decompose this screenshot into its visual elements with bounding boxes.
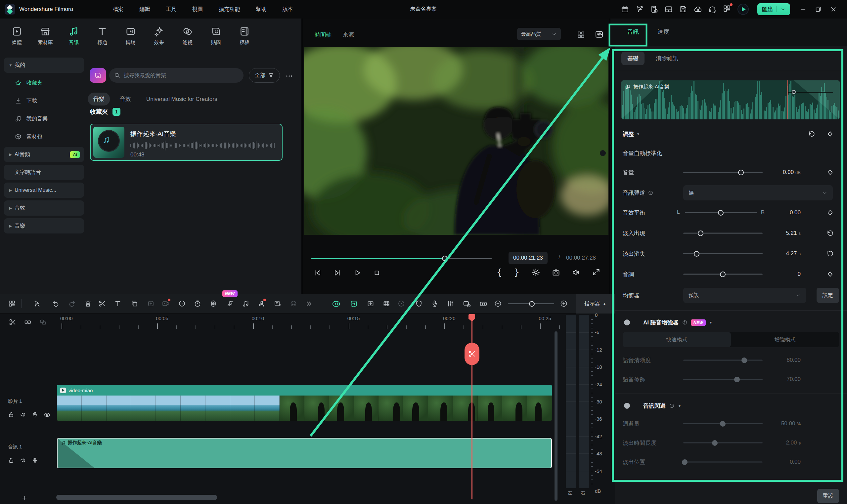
play-button[interactable] [353, 269, 361, 277]
sidebar-item-asset-packs[interactable]: 素材包 [4, 129, 84, 144]
nav-titles[interactable]: 標題 [88, 19, 117, 53]
sidebar-item-favorites[interactable]: 收藏夾 [4, 75, 84, 91]
ungroup-icon[interactable] [39, 318, 47, 326]
tab-speed-properties[interactable]: 速度 [657, 28, 669, 36]
polish-slider[interactable] [683, 379, 763, 380]
playhead-line[interactable] [472, 314, 473, 499]
reset-all-button[interactable]: 重設 [817, 489, 839, 503]
tab-sfx[interactable]: 音效 [114, 93, 136, 106]
auto-ripple-icon[interactable] [350, 300, 358, 308]
speaker-icon[interactable] [20, 457, 27, 464]
nav-filters[interactable]: 濾鏡 [173, 19, 202, 53]
device-history-icon[interactable] [650, 5, 658, 14]
nav-stock[interactable]: 素材庫 [31, 19, 59, 53]
volume-envelope-handle[interactable] [792, 90, 796, 94]
volume-knob[interactable] [738, 170, 744, 175]
split-view-icon[interactable] [577, 31, 585, 39]
zoom-out-icon[interactable] [494, 300, 502, 308]
upgrade-cursor-icon[interactable] [635, 5, 644, 14]
settings-gear-icon[interactable] [531, 268, 540, 277]
audio-channel-select[interactable]: 無 [683, 185, 833, 200]
maximize-button[interactable] [815, 6, 822, 13]
nav-templates[interactable]: 模板 [230, 19, 259, 53]
lock-icon[interactable] [8, 457, 15, 464]
polish-knob[interactable] [734, 377, 740, 382]
timeline-ruler[interactable]: 00:0000:0500:1000:1500:2000:25 [0, 313, 563, 332]
nav-media[interactable]: 媒體 [3, 19, 31, 53]
audio-clip[interactable]: 振作起來-AI音樂 [57, 438, 552, 468]
zoom-in-icon[interactable] [560, 300, 568, 308]
mark-out-button[interactable]: } [514, 267, 520, 277]
clarity-slider[interactable] [683, 360, 763, 361]
gift-icon[interactable] [621, 5, 629, 14]
cloud-backup-icon[interactable] [693, 5, 702, 14]
menu-file[interactable]: 檔案 [109, 4, 127, 15]
sidebar-group-tts[interactable]: 文字轉語音 [4, 165, 84, 180]
seek-bar[interactable] [311, 258, 492, 259]
lock-icon[interactable] [8, 411, 15, 418]
nav-audio[interactable]: 音訊 [59, 19, 88, 53]
scopes-icon[interactable] [595, 30, 604, 39]
video-viewport[interactable] [304, 47, 608, 235]
sidebar-group-music[interactable]: ▶音樂 [4, 218, 84, 233]
export-button[interactable]: 匯出 [757, 3, 790, 15]
menu-view[interactable]: 視圖 [189, 4, 206, 15]
balance-knob[interactable] [718, 210, 724, 216]
delete-icon[interactable] [84, 300, 92, 308]
tab-source-view[interactable]: 來源 [343, 31, 354, 39]
freeze-frame-icon[interactable] [147, 300, 155, 308]
volume-slider[interactable] [683, 172, 763, 173]
mic-mute-icon[interactable] [32, 411, 38, 418]
speaker-icon[interactable] [20, 411, 27, 418]
horizontal-scrollbar[interactable] [56, 495, 217, 500]
mic-mute-icon[interactable] [32, 457, 38, 464]
apps-grid-button[interactable] [723, 4, 731, 14]
profile-avatar-button[interactable] [90, 68, 106, 83]
equalizer-settings-button[interactable]: 設定 [816, 288, 839, 303]
sidebar-group-sound-effects[interactable]: ▶音效 [4, 200, 84, 216]
tab-music[interactable]: 音樂 [88, 93, 110, 106]
minimize-button[interactable] [799, 6, 807, 13]
fade-out-knob[interactable] [694, 251, 700, 257]
fade-out-reset-icon[interactable] [827, 250, 834, 257]
nav-effects[interactable]: 效果 [145, 19, 173, 53]
fade-in-slider[interactable] [683, 233, 763, 234]
enhanced-mode-button[interactable]: 增強模式 [731, 332, 839, 347]
split-scissors-icon[interactable] [98, 300, 106, 308]
help-icon[interactable] [648, 190, 653, 196]
playhead-scissors-button[interactable] [464, 343, 479, 365]
audio-tool-icon[interactable] [242, 300, 250, 308]
fast-mode-button[interactable]: 快速模式 [623, 332, 731, 347]
save-icon[interactable] [679, 5, 688, 14]
audio-mixer-icon[interactable] [446, 300, 454, 308]
track-manager-icon[interactable] [8, 300, 16, 308]
duck-fadelen-knob[interactable] [712, 440, 718, 446]
quality-select[interactable]: 最高品質 [517, 28, 561, 40]
current-timecode[interactable]: 00:00:21:23 [509, 252, 548, 264]
sidebar-item-my-music[interactable]: 我的音樂 [4, 111, 84, 126]
help-icon[interactable] [682, 320, 688, 325]
duplicate-icon[interactable] [130, 300, 138, 308]
filter-all-button[interactable]: 全部 [249, 68, 280, 83]
render-preview-icon[interactable] [383, 300, 390, 308]
nav-stickers[interactable]: 貼圖 [202, 19, 230, 53]
pitch-knob[interactable] [720, 271, 726, 277]
sidebar-item-downloads[interactable]: 下載 [4, 93, 84, 108]
subtab-basic[interactable]: 基礎 [621, 52, 645, 65]
support-headset-icon[interactable] [708, 5, 717, 14]
ai-portrait-icon[interactable] [289, 300, 297, 308]
vertical-scrollbar[interactable] [554, 331, 558, 501]
menu-version[interactable]: 版本 [279, 4, 296, 15]
eye-icon[interactable] [44, 411, 51, 418]
user-avatar[interactable] [738, 4, 749, 15]
pitch-slider[interactable] [683, 274, 763, 275]
reset-section-icon[interactable] [808, 130, 815, 138]
layout-panel-icon[interactable] [664, 5, 673, 14]
seek-handle[interactable] [442, 256, 447, 261]
snap-toggle-icon[interactable] [332, 300, 340, 308]
nav-transitions[interactable]: 轉場 [117, 19, 145, 53]
tab-audio-properties[interactable]: 音訊 [627, 28, 639, 36]
tab-universal-music[interactable]: Universal Music for Creators [141, 93, 222, 105]
sidebar-group-universal-music[interactable]: ▶Universal Music... [4, 183, 84, 198]
more-tools-icon[interactable] [305, 300, 313, 308]
